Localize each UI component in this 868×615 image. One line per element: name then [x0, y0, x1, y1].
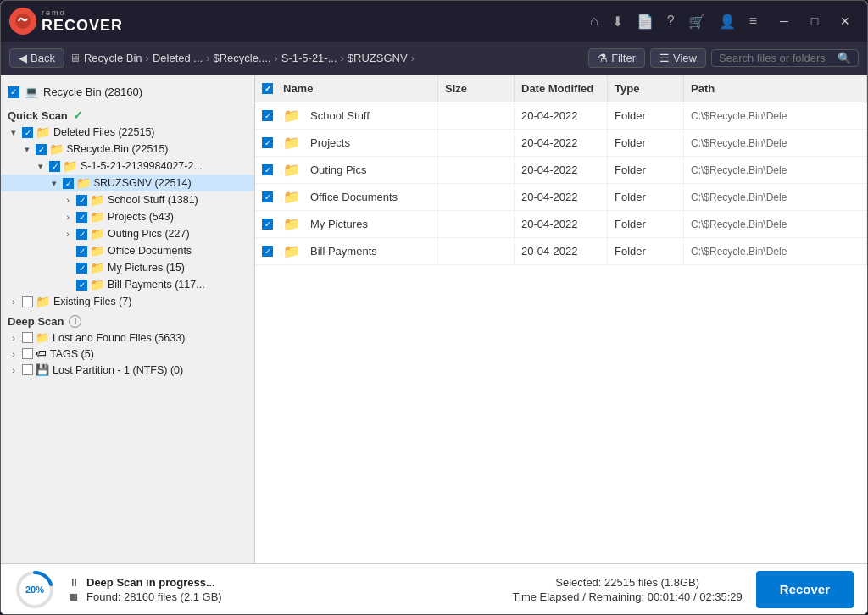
col-header-size[interactable]: Size — [438, 75, 515, 102]
file-cell-name-5: ✓ 📁 Bill Payments — [255, 238, 438, 264]
file-row-cb-1[interactable]: ✓ — [262, 137, 273, 148]
user-icon[interactable]: 👤 — [719, 14, 736, 30]
tree-folder-icon-6: 📁 — [90, 227, 104, 241]
tree-cb-5[interactable]: ✓ — [76, 212, 87, 223]
app-name: RECOVER — [42, 17, 123, 35]
maximize-button[interactable]: □ — [801, 8, 828, 35]
file-cell-path-3: C:\$Recycle.Bin\Dele — [684, 184, 867, 210]
tree-arrow-0: ▾ — [8, 127, 19, 138]
breadcrumb-item-5[interactable]: $RUZSGNV — [348, 52, 408, 64]
lost-partition-icon: 💾 — [36, 363, 49, 376]
tree-item-0[interactable]: ▾✓📁Deleted Files (22515) — [1, 124, 254, 141]
selection-info: Selected: 22515 files (1.8GB) Time Elaps… — [513, 576, 743, 603]
recycle-bin-checkbox[interactable]: ✓ — [8, 86, 19, 98]
search-input[interactable] — [719, 52, 837, 64]
pause-icon: ⏸ — [69, 576, 80, 589]
file-list: ✓ Name Size Date Modified Type Path ✓ 📁 … — [255, 75, 867, 563]
logo-text-block: remo RECOVER — [42, 8, 123, 35]
file-cell-name-4: ✓ 📁 My Pictures — [255, 211, 438, 237]
sidebar-recycle-bin[interactable]: ✓ 💻 Recycle Bin (28160) — [1, 82, 254, 105]
file-icon[interactable]: 📄 — [637, 14, 654, 30]
file-row-4[interactable]: ✓ 📁 My Pictures 20-04-2022 Folder C:\$Re… — [255, 211, 867, 238]
file-row-cb-4[interactable]: ✓ — [262, 219, 273, 230]
tree-cb-6[interactable]: ✓ — [76, 229, 87, 240]
breadcrumb: 🖥 Recycle Bin › Deleted ... › $Recycle..… — [70, 52, 583, 64]
file-row-cb-0[interactable]: ✓ — [262, 110, 273, 121]
breadcrumb-item-4[interactable]: S-1-5-21-... — [281, 52, 337, 64]
tags-checkbox[interactable] — [22, 348, 33, 359]
tree-cb-3[interactable]: ✓ — [63, 178, 74, 189]
tree-cb-7[interactable]: ✓ — [76, 246, 87, 257]
tree-label-0: Deleted Files (22515) — [53, 126, 155, 138]
file-row-cb-5[interactable]: ✓ — [262, 246, 273, 257]
tree-label-9: Bill Payments (117... — [108, 279, 205, 291]
existing-files-checkbox[interactable] — [22, 296, 33, 308]
help-icon[interactable]: ? — [667, 14, 675, 29]
file-cell-name-0: ✓ 📁 School Stuff — [255, 102, 438, 129]
app-window: remo RECOVER ⌂ ⬇ 📄 ? 🛒 👤 ≡ ─ □ ✕ ◀ Back … — [0, 0, 868, 615]
tree-item-8[interactable]: ✓📁My Pictures (15) — [1, 259, 254, 276]
lost-partition-checkbox[interactable] — [22, 364, 33, 375]
file-row-1[interactable]: ✓ 📁 Projects 20-04-2022 Folder C:\$Recyc… — [255, 130, 867, 157]
tree-item-4[interactable]: ›✓📁School Stuff (1381) — [1, 191, 254, 208]
tree-folder-icon-2: 📁 — [63, 159, 77, 173]
progress-circle: 20% — [14, 569, 55, 610]
tree-cb-8[interactable]: ✓ — [76, 263, 87, 274]
file-row-cb-3[interactable]: ✓ — [262, 191, 273, 202]
col-header-path[interactable]: Path — [684, 75, 867, 102]
view-button[interactable]: ☰ View — [650, 48, 706, 68]
breadcrumb-item-1[interactable]: Recycle Bin — [84, 52, 142, 64]
tree-item-2[interactable]: ▾✓📁S-1-5-21-2139984027-2... — [1, 158, 254, 175]
tree-cb-1[interactable]: ✓ — [36, 144, 47, 155]
tree-cb-4[interactable]: ✓ — [76, 195, 87, 206]
menu-icon[interactable]: ≡ — [749, 14, 757, 29]
file-row-2[interactable]: ✓ 📁 Outing Pics 20-04-2022 Folder C:\$Re… — [255, 157, 867, 184]
tree-folder-icon-9: 📁 — [90, 278, 104, 291]
main-content: ✓ 💻 Recycle Bin (28160) Quick Scan ✓ ▾✓📁… — [1, 75, 867, 563]
tree-item-5[interactable]: ›✓📁Projects (543) — [1, 208, 254, 225]
lost-found-item[interactable]: › 📁 Lost and Found Files (5633) — [1, 330, 254, 346]
recover-button[interactable]: Recover — [756, 571, 854, 608]
file-cell-path-4: C:\$Recycle.Bin\Dele — [684, 211, 867, 237]
file-row-0[interactable]: ✓ 📁 School Stuff 20-04-2022 Folder C:\$R… — [255, 102, 867, 130]
search-box: 🔍 — [711, 49, 859, 67]
col-header-name[interactable]: ✓ Name — [255, 75, 438, 102]
back-button[interactable]: ◀ Back — [9, 48, 64, 68]
close-button[interactable]: ✕ — [832, 8, 859, 35]
file-row-5[interactable]: ✓ 📁 Bill Payments 20-04-2022 Folder C:\$… — [255, 238, 867, 265]
filter-button[interactable]: ⚗ Filter — [588, 48, 645, 68]
tree-cb-0[interactable]: ✓ — [22, 127, 33, 138]
cart-icon[interactable]: 🛒 — [688, 14, 705, 30]
lost-found-arrow: › — [8, 333, 19, 343]
tree-item-6[interactable]: ›✓📁Outing Pics (227) — [1, 225, 254, 242]
tree-item-3[interactable]: ▾✓📁$RUZSGNV (22514) — [1, 175, 254, 191]
col-header-date[interactable]: Date Modified — [515, 75, 608, 102]
breadcrumb-item-3[interactable]: $Recycle.... — [214, 52, 271, 64]
tree-item-1[interactable]: ▾✓📁$Recycle.Bin (22515) — [1, 141, 254, 158]
tree-cb-9[interactable]: ✓ — [76, 280, 87, 291]
tags-item[interactable]: › 🏷 TAGS (5) — [1, 346, 254, 362]
back-arrow-icon: ◀ — [19, 52, 27, 64]
scan-progress-row: ⏸ Deep Scan in progress... — [69, 576, 222, 589]
file-row-cb-2[interactable]: ✓ — [262, 164, 273, 175]
file-cell-name-2: ✓ 📁 Outing Pics — [255, 157, 438, 183]
tree-cb-2[interactable]: ✓ — [49, 161, 60, 172]
stop-icon: ⏹ — [69, 590, 80, 603]
lost-partition-item[interactable]: › 💾 Lost Partition - 1 (NTFS) (0) — [1, 362, 254, 378]
svg-text:20%: 20% — [25, 585, 44, 595]
selected-files-label: Selected: 22515 files (1.8GB) — [513, 576, 743, 589]
tree-item-7[interactable]: ✓📁Office Documents — [1, 242, 254, 259]
file-row-3[interactable]: ✓ 📁 Office Documents 20-04-2022 Folder C… — [255, 184, 867, 211]
tree-item-9[interactable]: ✓📁Bill Payments (117... — [1, 276, 254, 293]
search-icon[interactable]: 🔍 — [837, 52, 851, 64]
home-icon[interactable]: ⌂ — [590, 14, 598, 29]
col-header-type[interactable]: Type — [608, 75, 684, 102]
existing-files-item[interactable]: › 📁 Existing Files (7) — [1, 293, 254, 310]
breadcrumb-item-2[interactable]: Deleted ... — [153, 52, 203, 64]
file-folder-icon-3: 📁 — [283, 189, 300, 205]
select-all-checkbox[interactable]: ✓ — [262, 83, 273, 94]
deep-scan-info-icon[interactable]: i — [69, 315, 81, 328]
lost-found-checkbox[interactable] — [22, 332, 33, 343]
download-icon[interactable]: ⬇ — [612, 14, 623, 30]
minimize-button[interactable]: ─ — [771, 8, 798, 35]
